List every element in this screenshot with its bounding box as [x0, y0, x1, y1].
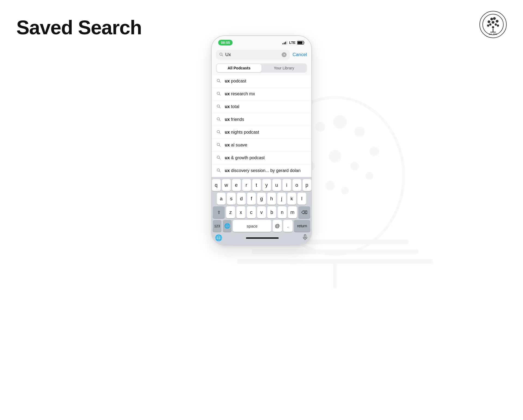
svg-point-8 — [354, 126, 365, 137]
key-s[interactable]: s — [227, 193, 236, 205]
key-n[interactable]: n — [278, 206, 287, 218]
svg-point-20 — [490, 18, 493, 20]
suggestion-text: ux research mx — [225, 91, 255, 96]
svg-line-48 — [219, 158, 220, 159]
mic-icon[interactable] — [302, 234, 308, 242]
svg-point-24 — [495, 23, 497, 26]
suggestion-item[interactable]: ux al suave — [212, 139, 311, 152]
signal-bar-1 — [282, 43, 283, 44]
key-a[interactable]: a — [217, 193, 226, 205]
cancel-button[interactable]: Cancel — [293, 52, 307, 57]
logo-svg: Est. 2002 — [482, 14, 504, 35]
svg-point-27 — [497, 24, 499, 27]
suggestion-search-icon — [216, 155, 221, 160]
key-f[interactable]: f — [247, 193, 256, 205]
key-b[interactable]: b — [267, 206, 276, 218]
suggestion-search-icon — [216, 79, 221, 84]
suggestion-text: ux nights podcast — [225, 130, 259, 135]
phone-frame: 08:55 LTE — [211, 35, 312, 246]
svg-point-21 — [493, 17, 496, 20]
search-bar[interactable]: Ux ✕ — [216, 50, 290, 60]
suggestion-text: ux & growth podcast — [225, 155, 265, 160]
key-w[interactable]: w — [222, 179, 231, 191]
key-r[interactable]: r — [242, 179, 251, 191]
lte-label: LTE — [289, 41, 296, 45]
svg-rect-51 — [304, 235, 306, 238]
suggestion-search-icon — [216, 130, 221, 135]
key-period[interactable]: . — [283, 220, 293, 232]
svg-point-14 — [366, 172, 373, 180]
svg-line-40 — [219, 107, 220, 108]
key-x[interactable]: x — [236, 206, 245, 218]
battery-icon — [297, 41, 305, 45]
svg-point-12 — [350, 161, 359, 170]
clear-button[interactable]: ✕ — [282, 52, 287, 57]
svg-point-9 — [369, 146, 379, 156]
suggestion-search-icon — [216, 143, 221, 148]
keyboard-row-1: q w e r t y u i o p — [213, 179, 310, 191]
key-d[interactable]: d — [237, 193, 246, 205]
segment-all-podcasts[interactable]: All Podcasts — [217, 64, 262, 72]
svg-rect-0 — [237, 259, 433, 264]
key-space[interactable]: space — [233, 220, 271, 232]
suggestion-item[interactable]: ux research mx — [212, 88, 311, 100]
suggestion-item[interactable]: ux podcast — [212, 75, 311, 88]
key-globe[interactable]: 🌐 — [223, 220, 232, 232]
key-v[interactable]: v — [257, 206, 266, 218]
svg-text:Est. 2002: Est. 2002 — [489, 33, 497, 35]
key-h[interactable]: h — [267, 193, 276, 205]
suggestion-search-icon — [216, 117, 221, 122]
svg-line-36 — [219, 81, 220, 82]
key-e[interactable]: e — [232, 179, 241, 191]
suggestion-item[interactable]: ux discovery session... by gerard dolan — [212, 164, 311, 177]
logo: Est. 2002 — [479, 11, 507, 38]
suggestion-item[interactable]: ux total — [212, 100, 311, 113]
signal-bar-4 — [287, 41, 287, 44]
suggestion-text: ux discovery session... by gerard dolan — [225, 168, 300, 173]
key-u[interactable]: u — [272, 179, 281, 191]
suggestion-text: ux podcast — [225, 79, 246, 84]
key-k[interactable]: k — [287, 193, 296, 205]
page-title: Saved Search — [16, 16, 142, 39]
home-indicator — [246, 237, 279, 239]
key-numbers[interactable]: 123 — [213, 220, 221, 232]
svg-point-25 — [492, 21, 494, 24]
suggestion-item[interactable]: ux nights podcast — [212, 126, 311, 139]
key-l[interactable]: l — [297, 193, 306, 205]
search-bar-area: Ux ✕ Cancel — [212, 48, 311, 61]
search-query: Ux — [225, 52, 279, 57]
suggestion-item[interactable]: ux & growth podcast — [212, 152, 311, 164]
signal-bar-2 — [284, 42, 285, 44]
key-q[interactable]: q — [212, 179, 221, 191]
key-p[interactable]: p — [303, 179, 311, 191]
svg-point-15 — [325, 181, 335, 191]
key-z[interactable]: z — [226, 206, 235, 218]
key-y[interactable]: y — [262, 179, 271, 191]
globe-icon[interactable]: 🌐 — [215, 234, 222, 241]
svg-point-11 — [329, 150, 342, 163]
key-shift[interactable]: ⇧ — [213, 206, 225, 218]
key-o[interactable]: o — [293, 179, 301, 191]
status-time: 08:55 — [218, 40, 233, 45]
svg-line-46 — [219, 145, 220, 146]
key-i[interactable]: i — [282, 179, 291, 191]
svg-point-23 — [489, 23, 491, 26]
key-delete[interactable]: ⌫ — [298, 206, 310, 218]
key-at[interactable]: @ — [273, 220, 282, 232]
segment-your-library[interactable]: Your Library — [262, 64, 306, 72]
status-right: LTE — [282, 41, 305, 45]
suggestion-item[interactable]: ux friends — [212, 113, 311, 126]
key-c[interactable]: c — [247, 206, 256, 218]
key-m[interactable]: m — [288, 206, 297, 218]
key-return[interactable]: return — [294, 220, 310, 232]
suggestion-text: ux total — [225, 104, 239, 109]
signal-bar-3 — [285, 42, 286, 44]
segment-control: All Podcasts Your Library — [216, 63, 307, 73]
suggestion-text: ux al suave — [225, 143, 247, 148]
key-g[interactable]: g — [257, 193, 266, 205]
svg-line-34 — [222, 55, 223, 56]
key-j[interactable]: j — [277, 193, 286, 205]
suggestion-text: ux friends — [225, 117, 244, 122]
key-t[interactable]: t — [252, 179, 261, 191]
svg-line-44 — [219, 133, 220, 134]
